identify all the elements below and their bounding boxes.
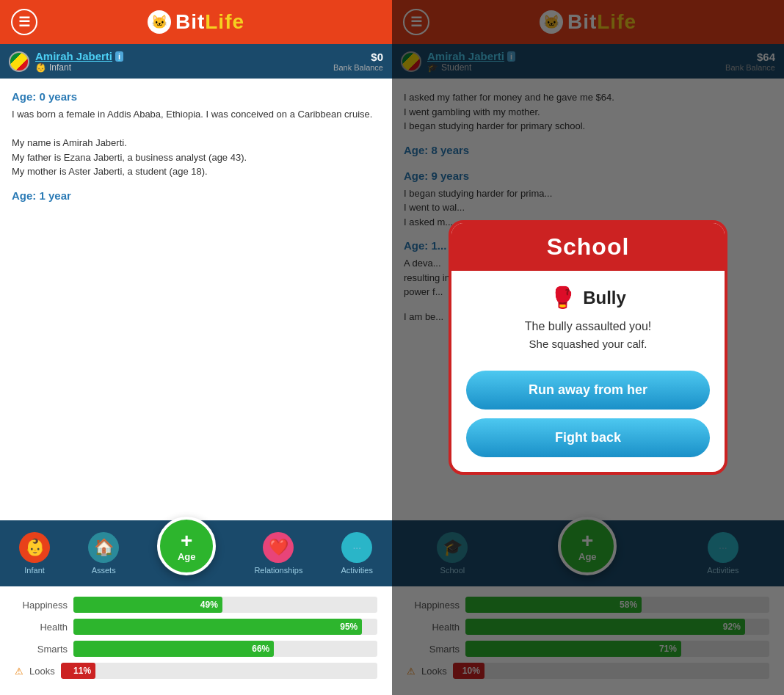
modal-overlay: School 🥊 Bully The bully assaulted you! … <box>392 0 784 695</box>
left-age-0: Age: 0 years I was born a female in Addi… <box>12 90 380 179</box>
left-info-badge[interactable]: i <box>115 51 123 62</box>
left-stat-smarts-bar: 66% <box>73 641 377 657</box>
left-bottom-nav: 👶 Infant 🏠 Assets + Age ❤️ Relationships… <box>0 520 392 586</box>
left-stat-smarts-label: Smarts <box>15 644 68 655</box>
left-profile-role: 👶 Infant <box>35 62 123 73</box>
modal-title-row: 🥊 Bully <box>469 285 707 310</box>
left-profile-right: $0 Bank Balance <box>333 51 383 72</box>
left-stat-health-bar: 95% <box>73 619 377 635</box>
left-panel: ☰ 🐱 BitLife Amirah Jaberti i 👶 Infant <box>0 0 392 695</box>
fight-back-button[interactable]: Fight back <box>466 418 710 457</box>
left-nav-infant-label: Infant <box>24 566 45 575</box>
left-balance-label: Bank Balance <box>333 63 383 72</box>
age-plus-icon: + <box>181 531 192 551</box>
left-nav-assets[interactable]: 🏠 Assets <box>88 532 119 575</box>
assets-icon: 🏠 <box>88 532 119 563</box>
left-stats-area: Happiness 49% Health 95% Smarts 66% <box>0 586 392 695</box>
left-profile-name-area: Amirah Jaberti i 👶 Infant <box>35 50 123 73</box>
activities-icon: ··· <box>341 532 372 563</box>
left-stat-happiness-bar: 49% <box>73 597 377 613</box>
left-content-text-0: I was born a female in Addis Ababa, Ethi… <box>12 107 380 179</box>
left-logo: 🐱 BitLife <box>148 10 244 34</box>
left-nav-relationships[interactable]: ❤️ Relationships <box>254 532 302 575</box>
left-warning-icon: ⚠ <box>15 666 23 677</box>
left-stat-health-label: Health <box>15 622 68 633</box>
hamburger-icon: ☰ <box>18 15 30 29</box>
modal-buttons: Run away from her Fight back <box>451 371 725 457</box>
left-stat-happiness-label: Happiness <box>15 600 68 611</box>
left-balance: $0 <box>333 51 383 63</box>
left-age-1: Age: 1 year <box>12 189 380 202</box>
modal-text1: The bully assaulted you! <box>469 320 707 333</box>
logo-icon: 🐱 <box>148 10 171 34</box>
left-age-heading-1: Age: 1 year <box>12 189 380 202</box>
left-stat-happiness-fill: 49% <box>73 597 222 613</box>
left-menu-button[interactable]: ☰ <box>11 9 37 35</box>
modal-school-banner: School <box>451 223 725 271</box>
left-content-area: Age: 0 years I was born a female in Addi… <box>0 79 392 520</box>
left-stat-health-fill: 95% <box>73 619 362 635</box>
left-nav-infant[interactable]: 👶 Infant <box>19 532 50 575</box>
bully-modal: School 🥊 Bully The bully assaulted you! … <box>449 220 727 475</box>
modal-text2: She squashed your calf. <box>469 338 707 350</box>
age-btn-label: Age <box>178 551 196 562</box>
left-flag-icon <box>9 51 29 72</box>
left-header: ☰ 🐱 BitLife <box>0 0 392 44</box>
left-stat-looks: ⚠ Looks 11% <box>15 663 377 679</box>
left-stat-smarts-fill: 66% <box>73 641 274 657</box>
bully-icon: 🥊 <box>550 285 576 310</box>
left-stat-happiness-pct: 49% <box>200 600 218 610</box>
left-nav-activities-label: Activities <box>341 566 373 575</box>
left-stat-looks-pct: 11% <box>73 666 91 676</box>
left-stat-health-pct: 95% <box>340 622 357 632</box>
left-stat-happiness: Happiness 49% <box>15 597 377 613</box>
left-stat-looks-label: Looks <box>29 666 55 677</box>
left-nav-relationships-label: Relationships <box>254 566 302 575</box>
left-age-button[interactable]: + Age <box>157 517 216 575</box>
left-stat-smarts: Smarts 66% <box>15 641 377 657</box>
left-age-heading-0: Age: 0 years <box>12 90 380 103</box>
right-panel: ☰ 🐱 BitLife Amirah Jaberti i 🎓 Student <box>392 0 784 695</box>
left-stat-looks-fill: 11% <box>61 663 95 679</box>
infant-icon: 👶 <box>19 532 50 563</box>
left-stat-health: Health 95% <box>15 619 377 635</box>
run-away-button[interactable]: Run away from her <box>466 371 710 410</box>
modal-body: 🥊 Bully The bully assaulted you! She squ… <box>451 271 725 368</box>
left-profile-bar: Amirah Jaberti i 👶 Infant $0 Bank Balanc… <box>0 44 392 79</box>
left-profile-name[interactable]: Amirah Jaberti i <box>35 50 123 62</box>
logo-text: BitLife <box>175 10 244 34</box>
left-stat-smarts-pct: 66% <box>252 644 269 654</box>
left-nav-activities[interactable]: ··· Activities <box>341 532 373 575</box>
left-nav-assets-label: Assets <box>92 566 116 575</box>
modal-title: Bully <box>583 288 626 308</box>
left-profile-left: Amirah Jaberti i 👶 Infant <box>9 50 123 73</box>
relationships-icon: ❤️ <box>263 532 294 563</box>
left-stat-looks-bar: 11% <box>61 663 377 679</box>
